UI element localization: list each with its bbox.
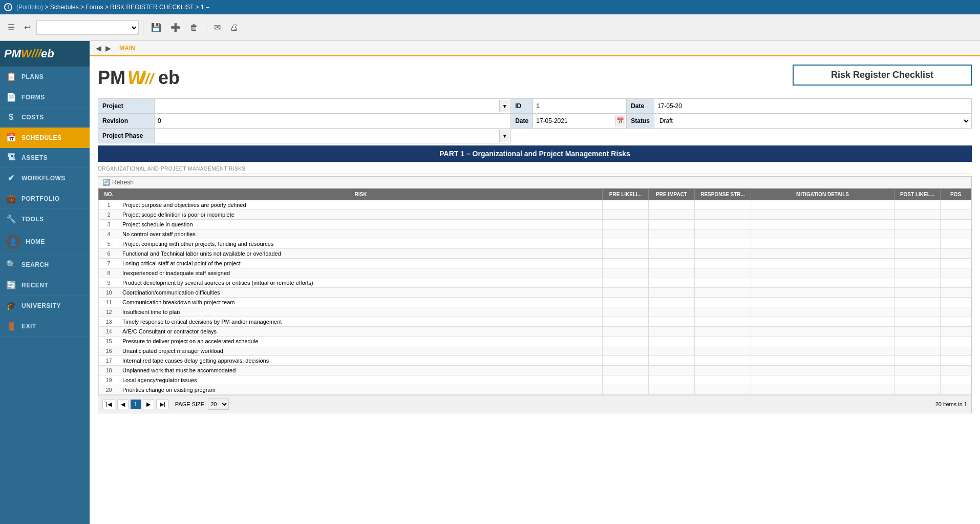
date-calendar-btn[interactable]: 📅 (615, 115, 625, 127)
sidebar-item-workflows[interactable]: ✔ WORKFLOWS (0, 168, 90, 188)
row-pos (941, 200, 971, 210)
row-mitigation (751, 229, 894, 239)
id-value (533, 99, 627, 114)
page-controls: |◀ ◀ 1 ▶ ▶| PAGE SIZE: 20 50 100 (102, 399, 229, 410)
add-button[interactable]: ➕ (167, 20, 184, 35)
sidebar-item-plans[interactable]: 📋 PLANS (0, 67, 90, 87)
last-page-btn[interactable]: ▶| (156, 400, 169, 409)
tab-next-button[interactable]: ▶ (103, 44, 113, 52)
row-mitigation (751, 307, 894, 317)
table-row[interactable]: 8 Inexperienced or inadequate staff assi… (99, 268, 971, 278)
refresh-button[interactable]: 🔄 Refresh (102, 179, 134, 186)
history-button[interactable]: ↩ (20, 20, 34, 35)
table-row[interactable]: 6 Functional and Technical labor units n… (99, 249, 971, 259)
print-button[interactable]: 🖨 (226, 20, 242, 35)
table-row[interactable]: 18 Unplanned work that must be accommoda… (99, 366, 971, 375)
row-no: 13 (99, 317, 119, 327)
row-risk: Functional and Technical labor units not… (119, 249, 603, 259)
table-row[interactable]: 3 Project schedule in question (99, 220, 971, 229)
sidebar-item-portfolio-label: PORTFOLIO (22, 195, 60, 202)
table-row[interactable]: 13 Timely response to critical decisions… (99, 317, 971, 327)
workflow-select[interactable] (36, 20, 139, 35)
date2-input[interactable] (657, 102, 968, 110)
current-page-btn[interactable]: 1 (131, 400, 141, 409)
table-row[interactable]: 7 Losing critical staff at crucial point… (99, 259, 971, 268)
refresh-label: Refresh (112, 179, 134, 186)
row-no: 6 (99, 249, 119, 259)
row-no: 4 (99, 229, 119, 239)
table-row[interactable]: 5 Project competing with other projects,… (99, 239, 971, 249)
project-phase-dropdown-btn[interactable]: ▼ (499, 130, 509, 142)
info-icon[interactable]: i (4, 3, 12, 11)
sidebar-item-portfolio[interactable]: 💼 PORTFOLIO (0, 188, 90, 209)
risk-table-body: 1 Project purpose and objectives are poo… (99, 200, 971, 395)
table-row[interactable]: 15 Pressure to deliver project on an acc… (99, 337, 971, 346)
table-row[interactable]: 19 Local agency/regulator issues (99, 375, 971, 385)
table-row[interactable]: 14 A/E/C Consultant or contractor delays (99, 327, 971, 337)
row-pos (941, 278, 971, 288)
project-phase-input[interactable] (156, 132, 499, 139)
search-icon: 🔍 (6, 260, 16, 269)
table-row[interactable]: 16 Unanticipated project manager workloa… (99, 346, 971, 356)
row-risk: Internal red tape causes delay getting a… (119, 356, 603, 366)
sidebar-item-recent[interactable]: 🔄 RECENT (0, 275, 90, 296)
row-no: 7 (99, 259, 119, 268)
prev-page-btn[interactable]: ◀ (117, 400, 129, 409)
portfolio-link[interactable]: (Portfolio) (16, 4, 43, 11)
sidebar-item-home[interactable]: 👤 HOME (0, 229, 90, 255)
date-input[interactable] (534, 117, 615, 124)
sidebar-item-costs[interactable]: $ COSTS (0, 108, 90, 128)
svg-text:eb: eb (158, 67, 180, 88)
id-input[interactable] (536, 102, 623, 110)
row-pre-likely (603, 298, 649, 307)
table-row[interactable]: 4 No control over staff priorities (99, 229, 971, 239)
tab-main[interactable]: MAIN (113, 45, 141, 52)
sidebar-item-assets[interactable]: 🏗 ASSETS (0, 148, 90, 168)
table-row[interactable]: 2 Project scope definition is poor or in… (99, 210, 971, 220)
content-area: ◀ ▶ MAIN PM W /// eb Risk Register Check… (90, 41, 980, 524)
row-mitigation (751, 220, 894, 229)
page-size-select[interactable]: 20 50 100 (208, 399, 229, 410)
revision-input[interactable] (158, 117, 507, 124)
total-items: 20 items in 1 (935, 401, 967, 407)
row-no: 17 (99, 356, 119, 366)
delete-button[interactable]: 🗑 (186, 20, 202, 35)
table-row[interactable]: 1 Project purpose and objectives are poo… (99, 200, 971, 210)
sidebar-item-search[interactable]: 🔍 SEARCH (0, 255, 90, 275)
status-select[interactable]: Draft Submitted Approved Rejected (655, 117, 970, 125)
row-pre-impact (649, 200, 695, 210)
table-row[interactable]: 9 Product development by several sources… (99, 278, 971, 288)
menu-button[interactable]: ☰ (4, 20, 18, 35)
project-input[interactable] (156, 102, 499, 110)
table-row[interactable]: 10 Coordination/communication difficulti… (99, 288, 971, 298)
tab-prev-button[interactable]: ◀ (94, 44, 103, 52)
revision-label: Revision (98, 114, 155, 129)
table-row[interactable]: 12 Insufficient time to plan (99, 307, 971, 317)
sidebar-item-tools[interactable]: 🔧 TOOLS (0, 209, 90, 229)
save-button[interactable]: 💾 (147, 20, 165, 35)
table-row[interactable]: 20 Priorities change on existing program (99, 385, 971, 395)
row-response (695, 210, 751, 220)
project-value-cell: ▼ (155, 99, 511, 114)
row-response (695, 298, 751, 307)
sidebar-item-home-label: HOME (26, 238, 45, 245)
table-row[interactable]: 11 Communication breakdown with project … (99, 298, 971, 307)
sidebar-item-schedules[interactable]: 📅 SCHEDULES (0, 128, 90, 148)
next-page-btn[interactable]: ▶ (143, 400, 154, 409)
first-page-btn[interactable]: |◀ (102, 400, 115, 409)
form-content: PM W /// eb Risk Register Checklist Proj… (90, 56, 980, 524)
row-post-likely (894, 317, 941, 327)
sidebar-item-university[interactable]: 🎓 UNIVERSITY (0, 296, 90, 316)
sidebar-item-forms[interactable]: 📄 FORMS (0, 87, 90, 108)
col-pre-likely: PRE LIKELI... (603, 189, 649, 200)
col-risk: RISK (119, 189, 603, 200)
row-pre-likely (603, 239, 649, 249)
row-response (695, 229, 751, 239)
col-pos: POS (941, 189, 971, 200)
sidebar-item-exit[interactable]: 🚪 EXIT (0, 316, 90, 337)
row-mitigation (751, 249, 894, 259)
table-row[interactable]: 17 Internal red tape causes delay gettin… (99, 356, 971, 366)
project-dropdown-btn[interactable]: ▼ (499, 100, 509, 112)
email-button[interactable]: ✉ (210, 20, 224, 35)
sidebar-item-forms-label: FORMS (22, 94, 45, 101)
